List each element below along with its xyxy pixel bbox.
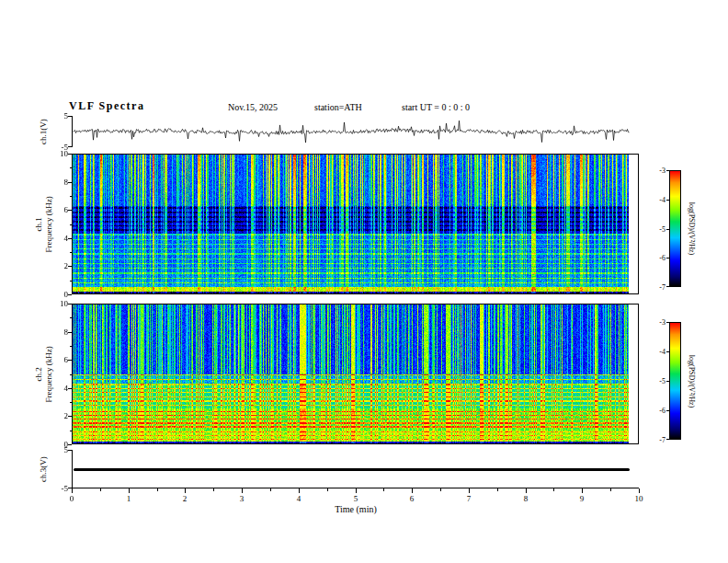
x-tick-label: 5 [347,494,365,503]
x-minor-tick-mark [213,488,214,491]
y-tick-label: 5 [46,445,68,454]
x-minor-tick-mark [497,488,498,491]
y-tick-label: 6 [46,205,68,214]
x-tick-mark [356,488,357,493]
ch3-flatline-trace [74,468,630,471]
x-tick-label: 6 [403,494,421,503]
x-tick-mark [526,488,527,493]
ch1-colorbar-label: log(PSD)/(V²/Hz) [686,170,699,287]
ch2-colorbar-label: log(PSD)/(V²/Hz) [686,322,699,440]
colorbar-tick-mark [666,439,669,440]
y-tick-label: -5 [46,484,68,493]
x-tick-mark [129,488,130,493]
colorbar-tick-label: -4 [646,196,665,204]
y-tick-mark [68,388,72,389]
x-minor-tick-mark [610,488,611,491]
colorbar-tick-label: -6 [646,254,665,262]
ch1-colorbar-label-text: log(PSD)/(V²/Hz) [688,202,697,256]
colorbar-tick-mark [666,229,669,230]
y-tick-mark [68,360,72,361]
x-tick-label: 7 [460,494,478,503]
y-tick-mark [68,444,72,445]
colorbar-tick-label: -5 [646,225,665,234]
x-tick-label: 10 [630,494,648,503]
time-axis-label: Time (min) [264,504,448,514]
x-minor-tick-mark [553,488,554,491]
x-tick-mark [469,488,470,493]
colorbar-tick-mark [666,322,669,323]
ch2-colorbar [669,322,681,440]
y-tick-mark [68,266,72,267]
x-tick-mark [242,488,243,493]
y-tick-mark [68,146,72,147]
y-tick-mark [68,154,72,155]
y-tick-mark [68,304,72,304]
ch1-spectrogram [73,155,638,293]
x-tick-mark [639,488,640,493]
y-tick-label: 8 [46,327,68,337]
ch3-voltage-axis-text: ch.3(V) [39,456,48,482]
y-minor-tick-mark [70,402,72,403]
x-tick-label: 4 [290,494,308,503]
ch1-colorbar [669,170,681,287]
y-tick-label: 2 [46,261,68,270]
y-tick-label: 5 [46,111,68,121]
y-minor-tick-mark [70,196,72,197]
y-minor-tick-mark [70,252,72,253]
ch1-frequency-axis-label: ch.1 Frequency (kHz) [31,154,57,294]
colorbar-tick-mark [666,410,669,411]
colorbar-tick-label: -6 [646,407,665,415]
y-tick-mark [68,238,72,239]
ch1-waveform-panel [72,116,639,147]
y-tick-mark [68,332,72,333]
figure-title: VLF Spectra [69,99,144,113]
colorbar-tick-label: -7 [646,283,665,292]
y-tick-mark [68,416,72,417]
colorbar-tick-label: -3 [646,167,665,175]
ch1-voltage-axis-text: ch.1(V) [39,119,48,144]
y-tick-label: 4 [46,234,68,243]
y-tick-label: 2 [46,411,68,420]
ch3-voltage-axis-label: ch.3(V) [37,450,50,488]
ch1-waveform-trace [73,116,639,147]
y-tick-mark [68,294,72,295]
y-tick-label: 8 [46,178,68,187]
y-minor-tick-mark [70,431,72,431]
colorbar-tick-label: -5 [646,377,665,385]
y-minor-tick-mark [70,167,72,168]
y-minor-tick-mark [70,374,72,375]
x-tick-mark [72,488,73,493]
x-tick-label: 0 [63,494,81,503]
ch2-colorbar-label-text: log(PSD)/(V²/Hz) [688,354,697,408]
x-tick-label: 3 [233,494,251,503]
colorbar-tick-label: -4 [646,348,665,356]
y-tick-label: 0 [46,290,68,299]
x-minor-tick-mark [327,488,328,491]
x-tick-mark [185,488,186,493]
station-label: station=ATH [314,102,362,112]
colorbar-tick-mark [666,381,669,382]
colorbar-tick-mark [666,200,669,201]
ch2-spectrogram-panel [72,304,639,444]
colorbar-tick-mark [666,351,669,352]
x-tick-label: 8 [517,494,535,503]
ch2-spectrogram [73,304,638,443]
x-tick-label: 1 [119,494,138,503]
x-tick-mark [412,488,413,493]
y-tick-label: 10 [46,299,68,308]
y-tick-mark [68,116,72,117]
x-minor-tick-mark [440,488,441,491]
colorbar-tick-mark [666,258,669,259]
x-tick-label: 2 [176,494,194,503]
ch2-frequency-axis-label: ch.2 Frequency (kHz) [31,304,57,444]
figure-date: Nov.15, 2025 [228,102,278,112]
y-minor-tick-mark [70,224,72,225]
y-minor-tick-mark [70,317,72,318]
ch1-spectrogram-panel [72,154,639,294]
y-tick-mark [68,450,72,451]
x-tick-label: 9 [573,494,591,503]
start-ut-label: start UT = 0 : 0 : 0 [402,102,470,112]
colorbar-tick-mark [666,170,669,171]
y-tick-label: -5 [46,143,68,152]
x-minor-tick-mark [270,488,271,491]
